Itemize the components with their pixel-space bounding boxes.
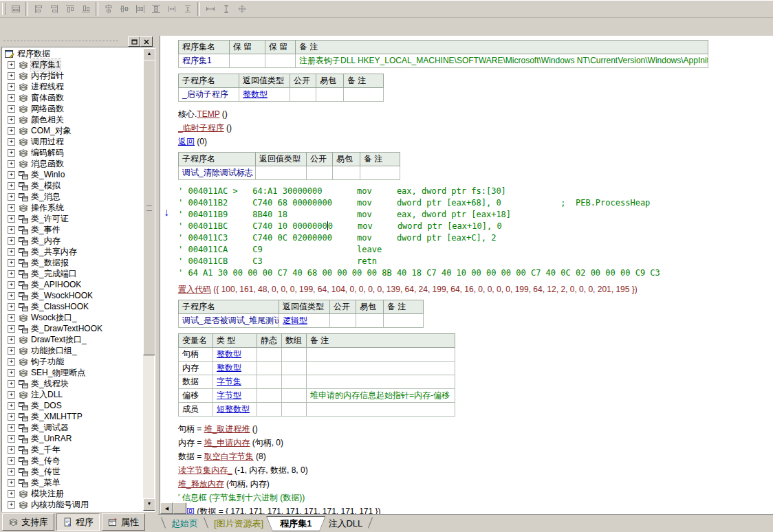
code-line[interactable]: 内存 = 堆_申请内存 (句柄, 0) — [178, 436, 773, 450]
tree-item[interactable]: +类_DrawTextHOOK — [3, 323, 142, 334]
expand-plus-icon[interactable]: + — [8, 226, 15, 234]
code-line[interactable]: ' 004011AC > 64:A1 30000000 mov eax, dwo… — [178, 186, 773, 197]
expand-plus-icon[interactable]: + — [8, 204, 15, 212]
tree-item[interactable]: +COM_对象 — [3, 125, 142, 136]
expand-plus-icon[interactable]: + — [8, 171, 15, 179]
tree-item[interactable]: +类_共享内存 — [3, 246, 142, 257]
expand-plus-icon[interactable]: + — [8, 391, 15, 399]
code-line[interactable]: ' 004011CA C9 leave — [178, 244, 773, 256]
tree-item[interactable]: +类_UnRAR — [3, 433, 142, 444]
table-cell[interactable]: 短整数型 — [213, 403, 257, 417]
expand-plus-icon[interactable]: + — [8, 490, 15, 498]
code-line[interactable]: ' 64 A1 30 00 00 00 C7 40 68 00 00 00 00… — [178, 267, 773, 279]
doc-tab[interactable]: 起始页 — [168, 516, 201, 531]
tree-item[interactable]: +类_千年 — [3, 444, 142, 455]
tree-item[interactable]: +类_WsockHOOK — [3, 290, 142, 301]
doc-tab[interactable]: [图片资源表] — [211, 516, 266, 531]
tree-item[interactable]: +类_DOS — [3, 400, 142, 411]
expand-plus-icon[interactable]: + — [8, 303, 15, 311]
expand-plus-icon[interactable]: + — [8, 314, 15, 322]
expand-plus-icon[interactable]: + — [8, 160, 15, 168]
code-line[interactable]: 数据 = 取空白字节集 (8) — [178, 450, 773, 463]
scroll-up-icon[interactable]: ▲ — [143, 48, 155, 60]
tree-item[interactable]: +调用过程 — [3, 136, 142, 147]
expand-plus-icon[interactable]: + — [8, 413, 15, 421]
tree-item[interactable]: +颜色相关 — [3, 114, 142, 125]
tree-scrollbar[interactable]: ▲ ▼ — [143, 48, 154, 511]
tree-item[interactable]: +类_菜单 — [3, 477, 142, 488]
tree-item[interactable]: +DrawText接口_ — [3, 334, 142, 345]
editor-hscrollbar[interactable]: ◀ — [160, 502, 186, 514]
expand-plus-icon[interactable]: + — [8, 468, 15, 476]
expand-plus-icon[interactable]: + — [8, 435, 15, 443]
panel-titlebar[interactable] — [0, 36, 157, 46]
tree-root[interactable]: 程序数据 — [3, 48, 142, 59]
scroll-left-icon[interactable]: ◀ — [160, 502, 173, 514]
panel-restore-button[interactable] — [128, 36, 140, 47]
code-line[interactable]: ' 004011BC C740 10 00000000 mov dword pt… — [178, 221, 773, 232]
tree-item[interactable]: +进程线程 — [3, 81, 142, 92]
tree-item[interactable]: +内核功能号调用 — [3, 499, 142, 510]
tree-item[interactable]: +网络函数 — [3, 103, 142, 114]
panel-close-button[interactable] — [140, 36, 153, 47]
table-cell[interactable]: 逻辑型 — [279, 314, 330, 328]
expand-plus-icon[interactable]: + — [8, 105, 15, 113]
expand-plus-icon[interactable]: + — [8, 457, 15, 465]
tree-item[interactable]: +类_模拟 — [3, 180, 142, 191]
table-cell[interactable]: 字节型 — [213, 389, 257, 403]
tree-item[interactable]: +窗体函数 — [3, 92, 142, 103]
panel-tab-0[interactable]: 支持库 — [2, 513, 54, 531]
expand-plus-icon[interactable]: + — [8, 336, 15, 344]
expand-plus-icon[interactable]: + — [8, 182, 15, 190]
tree-item[interactable]: +类_ClassHOOK — [3, 301, 142, 312]
toolbar-grip[interactable] — [2, 3, 6, 15]
expand-plus-icon[interactable]: + — [8, 292, 15, 300]
expand-plus-icon[interactable]: + — [8, 215, 15, 223]
tree-item[interactable]: +类_线程块 — [3, 378, 142, 389]
tree-item[interactable]: +消息函数 — [3, 158, 142, 169]
tree-item[interactable]: +类_数据报 — [3, 257, 142, 268]
expand-plus-icon[interactable]: + — [8, 270, 15, 278]
expand-plus-icon[interactable]: + — [8, 193, 15, 201]
expand-plus-icon[interactable]: + — [8, 138, 15, 146]
tree-item[interactable]: +类_XMLHTTP — [3, 411, 142, 422]
expand-plus-icon[interactable]: + — [8, 325, 15, 333]
tree-item[interactable]: +类_传世 — [3, 466, 142, 477]
expand-plus-icon[interactable]: + — [8, 369, 15, 377]
expand-plus-icon[interactable]: + — [8, 61, 15, 69]
code-line[interactable]: ' 004011C3 C740 0C 02000000 mov dword pt… — [178, 232, 773, 244]
tree-item[interactable]: +SEH_物理断点 — [3, 367, 142, 378]
doc-tab-active[interactable]: 程序集1 — [266, 516, 325, 531]
tree-item[interactable]: +编码解码 — [3, 147, 142, 158]
code-line[interactable]: ' 004011CB C3 retn — [178, 256, 773, 267]
tree-item[interactable]: +类_消息 — [3, 191, 142, 202]
hscroll-thumb[interactable] — [173, 502, 186, 514]
tree-item[interactable]: +类_许可证 — [3, 213, 142, 224]
code-line[interactable]: ' 004011B9 8B40 18 mov eax, dword ptr [e… — [178, 209, 773, 221]
table-cell[interactable]: 整数型 — [213, 362, 257, 375]
expand-plus-icon[interactable]: + — [8, 116, 15, 124]
tree-item[interactable]: +内存指针 — [3, 70, 142, 81]
tree-item[interactable]: +操作系统 — [3, 202, 142, 213]
expand-plus-icon[interactable]: + — [8, 149, 15, 157]
tree-item[interactable]: +程序集1 — [3, 59, 142, 70]
tree-item[interactable]: +Wsock接口_ — [3, 312, 142, 323]
code-line[interactable]: 置入代码 ({ 100, 161, 48, 0, 0, 0, 199, 64, … — [178, 282, 773, 296]
expand-plus-icon[interactable]: + — [8, 248, 15, 256]
tree-item[interactable]: +类_调试器 — [3, 422, 142, 433]
expand-plus-icon[interactable]: + — [8, 424, 15, 432]
tree-item[interactable]: +类_APIHOOK — [3, 279, 142, 290]
scroll-down-icon[interactable]: ▼ — [143, 498, 155, 511]
code-line[interactable]: 返回 (数据 = { 171, 171, 171, 171, 171, 171,… — [178, 505, 773, 514]
code-line[interactable]: ' 004011B2 C740 68 00000000 mov dword pt… — [178, 197, 773, 209]
expand-plus-icon[interactable]: + — [8, 127, 15, 135]
expand-plus-icon[interactable]: + — [8, 83, 15, 91]
scrollbar-thumb[interactable] — [143, 60, 155, 355]
tree-item[interactable]: +钩子功能 — [3, 356, 142, 367]
code-line[interactable]: 句柄 = 堆_取进程堆 () — [178, 422, 773, 436]
tree-item[interactable]: +注入DLL — [3, 389, 142, 400]
tree-item[interactable]: +类_传奇 — [3, 455, 142, 466]
tree-item[interactable]: +模块注册 — [3, 488, 142, 499]
code-line[interactable]: 读字节集内存_ (-1, 内存, 数据, 8, 0) — [178, 463, 773, 477]
expand-plus-icon[interactable]: + — [8, 259, 15, 267]
